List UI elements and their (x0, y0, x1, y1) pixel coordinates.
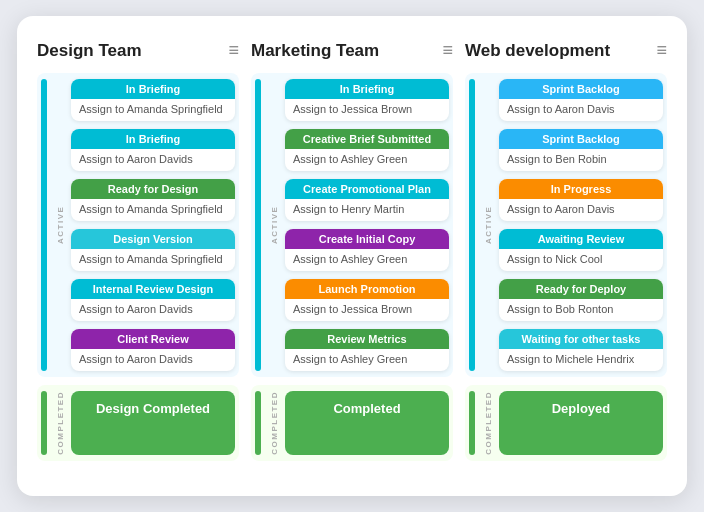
card-assign-2-0: Assign to Aaron Davis (499, 99, 663, 115)
card-assign-1-4: Assign to Jessica Brown (285, 299, 449, 315)
card-2-1[interactable]: Sprint BacklogAssign to Ben Robin (499, 129, 663, 171)
completed-label-2: COMPLETED (481, 391, 495, 455)
card-tag-1-1: Creative Brief Submitted (285, 129, 449, 149)
completed-card-2[interactable]: Deployed (499, 391, 663, 455)
column-2: Web development≡ACTIVESprint BacklogAssi… (465, 40, 667, 461)
board-container: Design Team≡ACTIVEIn BriefingAssign to A… (17, 16, 687, 496)
card-tag-1-4: Launch Promotion (285, 279, 449, 299)
card-assign-1-5: Assign to Ashley Green (285, 349, 449, 365)
card-1-4[interactable]: Launch PromotionAssign to Jessica Brown (285, 279, 449, 321)
card-1-1[interactable]: Creative Brief SubmittedAssign to Ashley… (285, 129, 449, 171)
card-assign-0-0: Assign to Amanda Springfield (71, 99, 235, 115)
card-tag-2-4: Ready for Deploy (499, 279, 663, 299)
card-assign-0-3: Assign to Amanda Springfield (71, 249, 235, 265)
card-assign-2-4: Assign to Bob Ronton (499, 299, 663, 315)
card-tag-2-1: Sprint Backlog (499, 129, 663, 149)
card-tag-0-4: Internal Review Design (71, 279, 235, 299)
card-tag-1-0: In Briefing (285, 79, 449, 99)
card-tag-1-5: Review Metrics (285, 329, 449, 349)
card-assign-0-4: Assign to Aaron Davids (71, 299, 235, 315)
card-0-4[interactable]: Internal Review DesignAssign to Aaron Da… (71, 279, 235, 321)
active-label-1: ACTIVE (267, 79, 281, 371)
card-tag-1-3: Create Initial Copy (285, 229, 449, 249)
completed-card-1[interactable]: Completed (285, 391, 449, 455)
card-tag-2-3: Awaiting Review (499, 229, 663, 249)
active-section-2: ACTIVESprint BacklogAssign to Aaron Davi… (465, 73, 667, 377)
cards-area-0: In BriefingAssign to Amanda SpringfieldI… (71, 79, 235, 371)
card-assign-1-3: Assign to Ashley Green (285, 249, 449, 265)
completed-card-0[interactable]: Design Completed (71, 391, 235, 455)
column-header-1: Marketing Team≡ (251, 40, 453, 61)
column-title-1: Marketing Team (251, 41, 379, 61)
card-0-5[interactable]: Client ReviewAssign to Aaron Davids (71, 329, 235, 371)
completed-label-1: COMPLETED (267, 391, 281, 455)
card-tag-1-2: Create Promotional Plan (285, 179, 449, 199)
card-2-0[interactable]: Sprint BacklogAssign to Aaron Davis (499, 79, 663, 121)
card-tag-0-0: In Briefing (71, 79, 235, 99)
card-assign-1-1: Assign to Ashley Green (285, 149, 449, 165)
card-0-0[interactable]: In BriefingAssign to Amanda Springfield (71, 79, 235, 121)
card-tag-2-0: Sprint Backlog (499, 79, 663, 99)
card-assign-0-5: Assign to Aaron Davids (71, 349, 235, 365)
active-section-1: ACTIVEIn BriefingAssign to Jessica Brown… (251, 73, 453, 377)
card-2-2[interactable]: In ProgressAssign to Aaron Davis (499, 179, 663, 221)
completed-section-1: COMPLETEDCompleted (251, 385, 453, 461)
card-2-3[interactable]: Awaiting ReviewAssign to Nick Cool (499, 229, 663, 271)
card-0-3[interactable]: Design VersionAssign to Amanda Springfie… (71, 229, 235, 271)
card-tag-0-2: Ready for Design (71, 179, 235, 199)
card-assign-2-5: Assign to Michele Hendrix (499, 349, 663, 365)
column-menu-icon-1[interactable]: ≡ (442, 40, 453, 61)
completed-label-0: COMPLETED (53, 391, 67, 455)
completed-bar-2 (469, 391, 475, 455)
card-assign-1-0: Assign to Jessica Brown (285, 99, 449, 115)
column-menu-icon-2[interactable]: ≡ (656, 40, 667, 61)
columns: Design Team≡ACTIVEIn BriefingAssign to A… (37, 40, 667, 461)
active-bar-1 (255, 79, 261, 371)
card-tag-0-5: Client Review (71, 329, 235, 349)
column-title-0: Design Team (37, 41, 142, 61)
active-label-2: ACTIVE (481, 79, 495, 371)
active-bar-0 (41, 79, 47, 371)
column-title-2: Web development (465, 41, 610, 61)
completed-bar-1 (255, 391, 261, 455)
column-menu-icon-0[interactable]: ≡ (228, 40, 239, 61)
completed-bar-0 (41, 391, 47, 455)
active-label-0: ACTIVE (53, 79, 67, 371)
cards-area-2: Sprint BacklogAssign to Aaron DavisSprin… (499, 79, 663, 371)
cards-area-1: In BriefingAssign to Jessica BrownCreati… (285, 79, 449, 371)
active-bar-2 (469, 79, 475, 371)
card-1-5[interactable]: Review MetricsAssign to Ashley Green (285, 329, 449, 371)
column-0: Design Team≡ACTIVEIn BriefingAssign to A… (37, 40, 239, 461)
column-header-2: Web development≡ (465, 40, 667, 61)
card-assign-2-1: Assign to Ben Robin (499, 149, 663, 165)
card-2-5[interactable]: Waiting for other tasksAssign to Michele… (499, 329, 663, 371)
column-1: Marketing Team≡ACTIVEIn BriefingAssign t… (251, 40, 453, 461)
active-section-0: ACTIVEIn BriefingAssign to Amanda Spring… (37, 73, 239, 377)
card-2-4[interactable]: Ready for DeployAssign to Bob Ronton (499, 279, 663, 321)
card-1-3[interactable]: Create Initial CopyAssign to Ashley Gree… (285, 229, 449, 271)
card-tag-0-3: Design Version (71, 229, 235, 249)
card-assign-0-1: Assign to Aaron Davids (71, 149, 235, 165)
card-0-1[interactable]: In BriefingAssign to Aaron Davids (71, 129, 235, 171)
card-tag-2-5: Waiting for other tasks (499, 329, 663, 349)
card-1-0[interactable]: In BriefingAssign to Jessica Brown (285, 79, 449, 121)
card-tag-0-1: In Briefing (71, 129, 235, 149)
card-assign-2-3: Assign to Nick Cool (499, 249, 663, 265)
card-assign-2-2: Assign to Aaron Davis (499, 199, 663, 215)
card-1-2[interactable]: Create Promotional PlanAssign to Henry M… (285, 179, 449, 221)
completed-section-0: COMPLETEDDesign Completed (37, 385, 239, 461)
card-0-2[interactable]: Ready for DesignAssign to Amanda Springf… (71, 179, 235, 221)
card-assign-1-2: Assign to Henry Martin (285, 199, 449, 215)
card-tag-2-2: In Progress (499, 179, 663, 199)
completed-section-2: COMPLETEDDeployed (465, 385, 667, 461)
card-assign-0-2: Assign to Amanda Springfield (71, 199, 235, 215)
column-header-0: Design Team≡ (37, 40, 239, 61)
